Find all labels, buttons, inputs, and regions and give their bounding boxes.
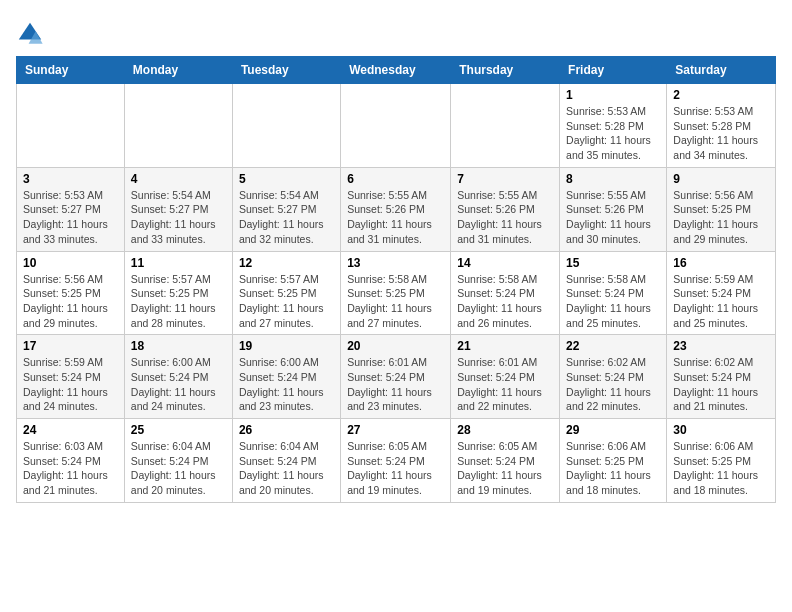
day-info: Sunrise: 5:59 AM Sunset: 5:24 PM Dayligh…	[23, 355, 118, 414]
day-number: 9	[673, 172, 769, 186]
day-info: Sunrise: 6:00 AM Sunset: 5:24 PM Dayligh…	[131, 355, 226, 414]
calendar-cell: 25Sunrise: 6:04 AM Sunset: 5:24 PM Dayli…	[124, 419, 232, 503]
calendar-cell: 20Sunrise: 6:01 AM Sunset: 5:24 PM Dayli…	[341, 335, 451, 419]
logo	[16, 20, 48, 48]
day-info: Sunrise: 5:58 AM Sunset: 5:25 PM Dayligh…	[347, 272, 444, 331]
day-number: 3	[23, 172, 118, 186]
calendar-cell: 4Sunrise: 5:54 AM Sunset: 5:27 PM Daylig…	[124, 167, 232, 251]
calendar-cell: 26Sunrise: 6:04 AM Sunset: 5:24 PM Dayli…	[232, 419, 340, 503]
day-info: Sunrise: 5:53 AM Sunset: 5:28 PM Dayligh…	[673, 104, 769, 163]
day-number: 21	[457, 339, 553, 353]
calendar-cell	[451, 84, 560, 168]
day-number: 26	[239, 423, 334, 437]
calendar-cell: 17Sunrise: 5:59 AM Sunset: 5:24 PM Dayli…	[17, 335, 125, 419]
day-info: Sunrise: 5:57 AM Sunset: 5:25 PM Dayligh…	[131, 272, 226, 331]
day-number: 18	[131, 339, 226, 353]
day-number: 11	[131, 256, 226, 270]
calendar-cell: 9Sunrise: 5:56 AM Sunset: 5:25 PM Daylig…	[667, 167, 776, 251]
day-number: 10	[23, 256, 118, 270]
day-info: Sunrise: 6:02 AM Sunset: 5:24 PM Dayligh…	[673, 355, 769, 414]
day-number: 17	[23, 339, 118, 353]
calendar-cell: 3Sunrise: 5:53 AM Sunset: 5:27 PM Daylig…	[17, 167, 125, 251]
calendar-week-row: 3Sunrise: 5:53 AM Sunset: 5:27 PM Daylig…	[17, 167, 776, 251]
day-number: 4	[131, 172, 226, 186]
calendar-cell: 29Sunrise: 6:06 AM Sunset: 5:25 PM Dayli…	[560, 419, 667, 503]
calendar-cell: 28Sunrise: 6:05 AM Sunset: 5:24 PM Dayli…	[451, 419, 560, 503]
day-info: Sunrise: 5:55 AM Sunset: 5:26 PM Dayligh…	[566, 188, 660, 247]
day-number: 23	[673, 339, 769, 353]
weekday-header: Wednesday	[341, 57, 451, 84]
day-info: Sunrise: 6:01 AM Sunset: 5:24 PM Dayligh…	[457, 355, 553, 414]
calendar-cell: 24Sunrise: 6:03 AM Sunset: 5:24 PM Dayli…	[17, 419, 125, 503]
weekday-header: Thursday	[451, 57, 560, 84]
day-info: Sunrise: 5:56 AM Sunset: 5:25 PM Dayligh…	[673, 188, 769, 247]
calendar-cell: 6Sunrise: 5:55 AM Sunset: 5:26 PM Daylig…	[341, 167, 451, 251]
calendar-cell: 23Sunrise: 6:02 AM Sunset: 5:24 PM Dayli…	[667, 335, 776, 419]
day-info: Sunrise: 5:57 AM Sunset: 5:25 PM Dayligh…	[239, 272, 334, 331]
logo-icon	[16, 20, 44, 48]
day-info: Sunrise: 6:06 AM Sunset: 5:25 PM Dayligh…	[673, 439, 769, 498]
day-info: Sunrise: 5:58 AM Sunset: 5:24 PM Dayligh…	[457, 272, 553, 331]
calendar-cell: 21Sunrise: 6:01 AM Sunset: 5:24 PM Dayli…	[451, 335, 560, 419]
day-info: Sunrise: 5:55 AM Sunset: 5:26 PM Dayligh…	[457, 188, 553, 247]
day-number: 25	[131, 423, 226, 437]
day-info: Sunrise: 5:53 AM Sunset: 5:27 PM Dayligh…	[23, 188, 118, 247]
calendar-cell: 30Sunrise: 6:06 AM Sunset: 5:25 PM Dayli…	[667, 419, 776, 503]
day-number: 16	[673, 256, 769, 270]
day-info: Sunrise: 6:05 AM Sunset: 5:24 PM Dayligh…	[347, 439, 444, 498]
weekday-header: Sunday	[17, 57, 125, 84]
calendar-cell: 2Sunrise: 5:53 AM Sunset: 5:28 PM Daylig…	[667, 84, 776, 168]
day-number: 13	[347, 256, 444, 270]
day-info: Sunrise: 5:54 AM Sunset: 5:27 PM Dayligh…	[239, 188, 334, 247]
day-info: Sunrise: 6:01 AM Sunset: 5:24 PM Dayligh…	[347, 355, 444, 414]
day-number: 27	[347, 423, 444, 437]
calendar-cell: 22Sunrise: 6:02 AM Sunset: 5:24 PM Dayli…	[560, 335, 667, 419]
day-info: Sunrise: 5:53 AM Sunset: 5:28 PM Dayligh…	[566, 104, 660, 163]
calendar-cell: 10Sunrise: 5:56 AM Sunset: 5:25 PM Dayli…	[17, 251, 125, 335]
day-info: Sunrise: 6:05 AM Sunset: 5:24 PM Dayligh…	[457, 439, 553, 498]
day-number: 5	[239, 172, 334, 186]
calendar-table: SundayMondayTuesdayWednesdayThursdayFrid…	[16, 56, 776, 503]
calendar-cell	[232, 84, 340, 168]
day-number: 12	[239, 256, 334, 270]
calendar-cell: 7Sunrise: 5:55 AM Sunset: 5:26 PM Daylig…	[451, 167, 560, 251]
calendar-cell: 19Sunrise: 6:00 AM Sunset: 5:24 PM Dayli…	[232, 335, 340, 419]
calendar-cell: 14Sunrise: 5:58 AM Sunset: 5:24 PM Dayli…	[451, 251, 560, 335]
calendar-cell: 16Sunrise: 5:59 AM Sunset: 5:24 PM Dayli…	[667, 251, 776, 335]
day-info: Sunrise: 6:03 AM Sunset: 5:24 PM Dayligh…	[23, 439, 118, 498]
day-info: Sunrise: 5:59 AM Sunset: 5:24 PM Dayligh…	[673, 272, 769, 331]
calendar-cell	[17, 84, 125, 168]
day-info: Sunrise: 6:04 AM Sunset: 5:24 PM Dayligh…	[239, 439, 334, 498]
calendar-cell: 5Sunrise: 5:54 AM Sunset: 5:27 PM Daylig…	[232, 167, 340, 251]
day-number: 28	[457, 423, 553, 437]
day-number: 24	[23, 423, 118, 437]
calendar-cell: 1Sunrise: 5:53 AM Sunset: 5:28 PM Daylig…	[560, 84, 667, 168]
calendar-cell: 13Sunrise: 5:58 AM Sunset: 5:25 PM Dayli…	[341, 251, 451, 335]
calendar-week-row: 1Sunrise: 5:53 AM Sunset: 5:28 PM Daylig…	[17, 84, 776, 168]
day-info: Sunrise: 5:55 AM Sunset: 5:26 PM Dayligh…	[347, 188, 444, 247]
day-number: 30	[673, 423, 769, 437]
day-number: 1	[566, 88, 660, 102]
calendar-cell: 27Sunrise: 6:05 AM Sunset: 5:24 PM Dayli…	[341, 419, 451, 503]
calendar-week-row: 10Sunrise: 5:56 AM Sunset: 5:25 PM Dayli…	[17, 251, 776, 335]
header-area	[16, 16, 776, 48]
day-number: 20	[347, 339, 444, 353]
day-number: 2	[673, 88, 769, 102]
calendar-cell: 12Sunrise: 5:57 AM Sunset: 5:25 PM Dayli…	[232, 251, 340, 335]
day-info: Sunrise: 6:06 AM Sunset: 5:25 PM Dayligh…	[566, 439, 660, 498]
day-info: Sunrise: 6:00 AM Sunset: 5:24 PM Dayligh…	[239, 355, 334, 414]
weekday-header: Friday	[560, 57, 667, 84]
weekday-header: Saturday	[667, 57, 776, 84]
day-info: Sunrise: 6:02 AM Sunset: 5:24 PM Dayligh…	[566, 355, 660, 414]
calendar-cell: 11Sunrise: 5:57 AM Sunset: 5:25 PM Dayli…	[124, 251, 232, 335]
calendar-cell: 15Sunrise: 5:58 AM Sunset: 5:24 PM Dayli…	[560, 251, 667, 335]
day-number: 7	[457, 172, 553, 186]
calendar-week-row: 24Sunrise: 6:03 AM Sunset: 5:24 PM Dayli…	[17, 419, 776, 503]
day-info: Sunrise: 5:56 AM Sunset: 5:25 PM Dayligh…	[23, 272, 118, 331]
weekday-header: Monday	[124, 57, 232, 84]
day-info: Sunrise: 5:58 AM Sunset: 5:24 PM Dayligh…	[566, 272, 660, 331]
calendar-cell: 8Sunrise: 5:55 AM Sunset: 5:26 PM Daylig…	[560, 167, 667, 251]
day-number: 15	[566, 256, 660, 270]
calendar-cell	[341, 84, 451, 168]
day-number: 8	[566, 172, 660, 186]
